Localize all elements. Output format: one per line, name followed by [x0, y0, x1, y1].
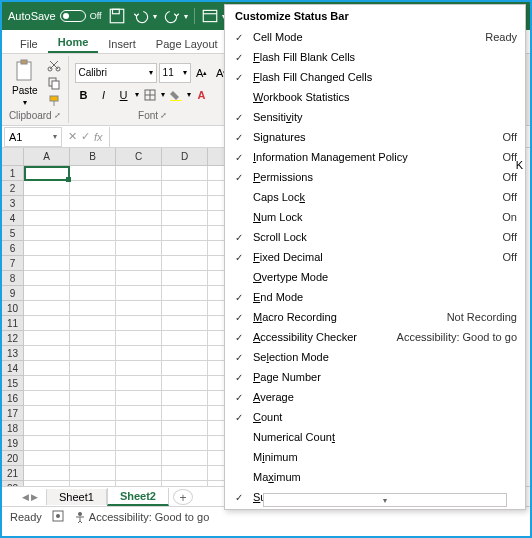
- cell[interactable]: [162, 406, 208, 421]
- menu-item[interactable]: ✓ Fixed Decimal Off: [225, 247, 525, 267]
- column-header[interactable]: A: [24, 148, 70, 166]
- font-name-select[interactable]: Calibri▾: [75, 63, 157, 83]
- cell[interactable]: [162, 451, 208, 466]
- cell[interactable]: [24, 181, 70, 196]
- cell[interactable]: [70, 331, 116, 346]
- cell[interactable]: [116, 271, 162, 286]
- underline-button[interactable]: U: [115, 86, 133, 104]
- menu-item[interactable]: Num Lock On: [225, 207, 525, 227]
- row-header[interactable]: 2: [2, 181, 24, 196]
- cancel-formula-icon[interactable]: ✕: [68, 130, 77, 143]
- redo-icon[interactable]: [163, 7, 181, 25]
- cell[interactable]: [116, 436, 162, 451]
- cell[interactable]: [116, 406, 162, 421]
- menu-item[interactable]: Numerical Count: [225, 427, 525, 447]
- menu-item[interactable]: ✓ Sensitivity: [225, 107, 525, 127]
- font-color-button[interactable]: A: [193, 86, 211, 104]
- cell[interactable]: [162, 466, 208, 481]
- cell[interactable]: [24, 436, 70, 451]
- cell[interactable]: [24, 451, 70, 466]
- cell[interactable]: [24, 481, 70, 486]
- row-header[interactable]: 21: [2, 466, 24, 481]
- cell[interactable]: [24, 466, 70, 481]
- name-box-dropdown-icon[interactable]: ▾: [53, 132, 57, 141]
- cell[interactable]: [24, 346, 70, 361]
- row-header[interactable]: 1: [2, 166, 24, 181]
- cell[interactable]: [116, 331, 162, 346]
- cell[interactable]: [116, 346, 162, 361]
- menu-item[interactable]: Workbook Statistics: [225, 87, 525, 107]
- redo-dropdown[interactable]: ▾: [184, 12, 188, 21]
- cell[interactable]: [24, 406, 70, 421]
- copy-icon[interactable]: [46, 75, 62, 91]
- row-header[interactable]: 12: [2, 331, 24, 346]
- cell[interactable]: [162, 196, 208, 211]
- select-all-corner[interactable]: [2, 148, 24, 166]
- autosave-toggle[interactable]: AutoSave Off: [8, 10, 102, 22]
- cell[interactable]: [70, 301, 116, 316]
- bold-button[interactable]: B: [75, 86, 93, 104]
- cell[interactable]: [162, 286, 208, 301]
- row-header[interactable]: 11: [2, 316, 24, 331]
- save-icon[interactable]: [108, 7, 126, 25]
- tab-file[interactable]: File: [10, 35, 48, 53]
- cell[interactable]: [70, 196, 116, 211]
- menu-item[interactable]: ✓ Page Number: [225, 367, 525, 387]
- new-sheet-button[interactable]: +: [173, 489, 193, 505]
- cell[interactable]: [116, 301, 162, 316]
- menu-item[interactable]: ✓ Flash Fill Changed Cells: [225, 67, 525, 87]
- cell[interactable]: [24, 376, 70, 391]
- cell[interactable]: [116, 421, 162, 436]
- cell[interactable]: [162, 226, 208, 241]
- menu-item[interactable]: Overtype Mode: [225, 267, 525, 287]
- cell[interactable]: [70, 391, 116, 406]
- row-header[interactable]: 3: [2, 196, 24, 211]
- menu-item[interactable]: ✓ Selection Mode: [225, 347, 525, 367]
- row-header[interactable]: 6: [2, 241, 24, 256]
- cell[interactable]: [24, 286, 70, 301]
- cell[interactable]: [70, 361, 116, 376]
- paste-button[interactable]: Paste ▾: [8, 57, 42, 109]
- cell[interactable]: [162, 331, 208, 346]
- cell[interactable]: [162, 256, 208, 271]
- menu-item[interactable]: ✓ Count: [225, 407, 525, 427]
- cell[interactable]: [162, 391, 208, 406]
- paste-dropdown-icon[interactable]: ▾: [23, 98, 27, 107]
- menu-item[interactable]: ✓ Cell Mode Ready: [225, 27, 525, 47]
- fx-icon[interactable]: fx: [94, 131, 103, 143]
- cell[interactable]: [70, 316, 116, 331]
- cell[interactable]: [70, 451, 116, 466]
- cell[interactable]: [116, 481, 162, 486]
- borders-button[interactable]: [141, 86, 159, 104]
- menu-scrollbar[interactable]: ▾: [263, 493, 507, 507]
- row-header[interactable]: 20: [2, 451, 24, 466]
- name-box[interactable]: A1 ▾: [4, 127, 62, 147]
- cell[interactable]: [116, 451, 162, 466]
- cell[interactable]: [70, 376, 116, 391]
- cell[interactable]: [116, 316, 162, 331]
- toggle-switch[interactable]: [60, 10, 86, 22]
- row-header[interactable]: 14: [2, 361, 24, 376]
- cell[interactable]: [70, 181, 116, 196]
- cell[interactable]: [24, 361, 70, 376]
- cell[interactable]: [70, 256, 116, 271]
- fill-dropdown-icon[interactable]: ▾: [187, 90, 191, 99]
- menu-item[interactable]: ✓ End Mode: [225, 287, 525, 307]
- row-header[interactable]: 22: [2, 481, 24, 486]
- sheet-nav-next-icon[interactable]: ▶: [31, 492, 38, 502]
- row-header[interactable]: 9: [2, 286, 24, 301]
- menu-item[interactable]: Caps Lock Off: [225, 187, 525, 207]
- menu-item[interactable]: ✓ Macro Recording Not Recording: [225, 307, 525, 327]
- row-header[interactable]: 17: [2, 406, 24, 421]
- row-header[interactable]: 18: [2, 421, 24, 436]
- cell[interactable]: [116, 376, 162, 391]
- cell[interactable]: [116, 166, 162, 181]
- cell[interactable]: [70, 226, 116, 241]
- tab-insert[interactable]: Insert: [98, 35, 146, 53]
- enter-formula-icon[interactable]: ✓: [81, 130, 90, 143]
- borders-dropdown-icon[interactable]: ▾: [161, 90, 165, 99]
- cell[interactable]: [70, 346, 116, 361]
- sheet-tab-2[interactable]: Sheet2: [107, 488, 169, 506]
- menu-item[interactable]: ✓ Signatures Off: [225, 127, 525, 147]
- sheet-nav-prev-icon[interactable]: ◀: [22, 492, 29, 502]
